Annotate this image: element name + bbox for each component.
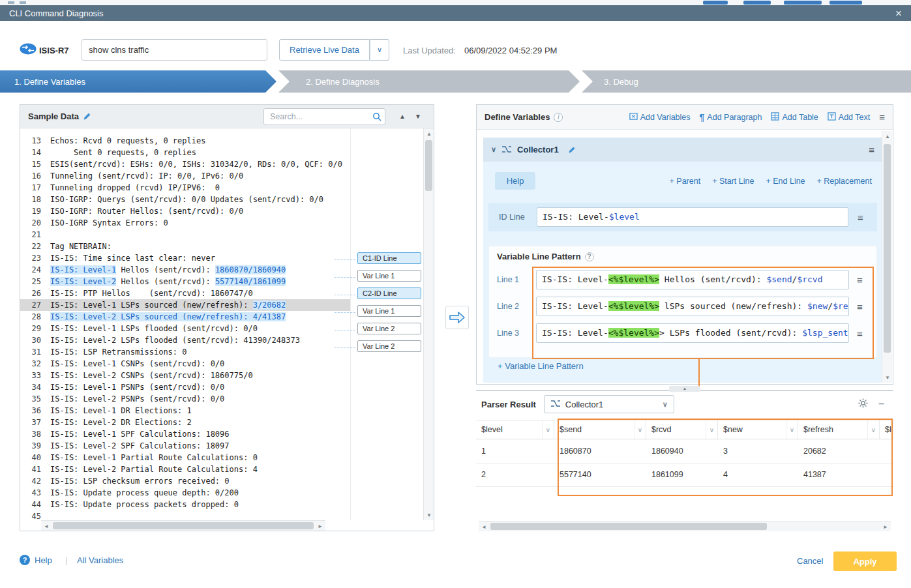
code-line[interactable]: 40IS-IS: Level-1 Partial Route Calculati… (20, 452, 350, 463)
scroll-right-icon[interactable]: ► (880, 522, 891, 532)
collector-dropdown[interactable]: Collector1 ∨ (544, 395, 674, 413)
add-variable-line-pattern-link[interactable]: + Variable Line Pattern (498, 361, 584, 371)
step-define-variables[interactable]: 1. Define Variables (0, 70, 276, 93)
panel-vertical-scrollbar[interactable]: ▲ ▼ (882, 131, 892, 383)
code-line[interactable]: 13Echos: Rcvd 0 requests, 0 replies (20, 135, 350, 147)
code-line[interactable]: 37IS-IS: Level-2 DR Elections: 2 (20, 417, 350, 428)
help-link[interactable]: ? Help (20, 555, 52, 565)
code-line[interactable]: 14 Sent 0 requests, 0 replies (20, 147, 350, 158)
collector-section-header[interactable]: ∨ Collector1 ≡ (483, 138, 882, 162)
pattern-line-input[interactable]: IS-IS: Level-<%$level%>> LSPs flooded (s… (536, 323, 849, 343)
step-define-diagnosis[interactable]: 2. Define Diagnosis (278, 70, 580, 93)
code-line[interactable]: 34IS-IS: Level-1 PSNPs (sent/rcvd): 0/0 (20, 381, 350, 393)
panel-menu-icon[interactable]: ≡ (879, 112, 885, 122)
parser-column-header[interactable]: $refresh∨ (798, 420, 880, 439)
var-line-tag[interactable]: Var Line 1 (357, 270, 421, 282)
scroll-right-icon[interactable]: ► (315, 521, 325, 531)
find-previous-icon[interactable]: ▲ (395, 113, 410, 120)
scrollbar-thumb[interactable] (425, 140, 432, 191)
pattern-line-input[interactable]: IS-IS: Level-<%$level%> Hellos (sent/rcv… (536, 270, 849, 289)
pattern-line-menu-icon[interactable]: ≡ (857, 275, 863, 285)
scrollbar-thumb[interactable] (490, 523, 767, 530)
code-line[interactable]: 26IS-IS: PTP Hellos (sent/rcvd): 1860747… (20, 287, 350, 299)
parser-result-row[interactable]: 255771401861099441387 (476, 463, 893, 487)
edit-collector-icon[interactable] (568, 146, 576, 154)
apply-button[interactable]: Apply (833, 551, 897, 571)
scroll-down-icon[interactable]: ▼ (424, 510, 434, 520)
add-paragraph-button[interactable]: ¶ Add Paragraph (700, 112, 762, 123)
id-line-menu-icon[interactable]: ≡ (858, 213, 863, 222)
retrieve-dropdown-icon[interactable]: ∨ (370, 39, 389, 61)
add-variables-button[interactable]: Add Variables (629, 112, 691, 123)
code-line[interactable]: 22Tag NETBRAIN: (20, 241, 350, 252)
collapse-handle[interactable]: ▲ (669, 386, 700, 392)
code-line[interactable]: 19ISO-IGRP: Router Hellos: (sent/rcvd): … (20, 205, 350, 217)
cancel-button[interactable]: Cancel (797, 556, 823, 566)
column-filter-chevron-icon[interactable]: ∨ (867, 420, 879, 439)
code-line[interactable]: 41IS-IS: Level-2 Partial Route Calculati… (20, 463, 350, 475)
code-line[interactable]: 39IS-IS: Level-2 SPF Calculations: 18097 (20, 440, 350, 452)
code-line[interactable]: 32IS-IS: Level-1 CSNPs (sent/rcvd): 0/0 (20, 358, 350, 370)
close-icon[interactable]: × (895, 8, 902, 19)
command-input[interactable] (82, 39, 267, 61)
code-line[interactable]: 20ISO-IGRP Syntax Errors: 0 (20, 217, 350, 229)
code-line[interactable]: 15ESIS(sent/rcvd): ESHs: 0/0, ISHs: 3103… (20, 158, 350, 170)
var-line-tag[interactable]: Var Line 2 (357, 323, 421, 334)
collector-menu-icon[interactable]: ≡ (869, 145, 874, 154)
var-line-tag[interactable]: Var Line 2 (357, 340, 421, 352)
step-debug[interactable]: 3. Debug (582, 70, 911, 93)
code-line[interactable]: 36IS-IS: Level-1 DR Elections: 1 (20, 405, 350, 417)
help-button[interactable]: Help (495, 172, 535, 190)
code-line[interactable]: 18ISO-IGRP: Querys (sent/rcvd): 0/0 Upda… (20, 194, 350, 205)
column-filter-chevron-icon[interactable]: ∨ (542, 420, 554, 439)
code-line[interactable]: 16Tunneling (sent/rcvd): IP: 0/0, IPv6: … (20, 170, 350, 182)
horizontal-scrollbar[interactable]: ◄ ► (41, 520, 325, 531)
collapse-chevron-icon[interactable]: ∨ (491, 145, 496, 154)
code-line[interactable]: 30IS-IS: Level-2 LSPs flooded (sent/rcvd… (20, 334, 350, 346)
parser-result-row[interactable]: 118608701860940320682 (476, 440, 893, 463)
scroll-left-icon[interactable]: ◄ (41, 521, 52, 531)
column-filter-chevron-icon[interactable]: ∨ (706, 420, 717, 439)
scroll-left-icon[interactable]: ◄ (479, 522, 489, 532)
add-start-line-link[interactable]: + Start Line (712, 177, 754, 186)
column-filter-chevron-icon[interactable]: ∨ (786, 420, 798, 439)
code-line[interactable]: 42IS-IS: LSP checksum errors received: 0 (20, 475, 350, 487)
id-line-tag[interactable]: C2-ID Line (357, 287, 421, 299)
code-line[interactable]: 38IS-IS: Level-1 SPF Calculations: 18096 (20, 428, 350, 440)
add-table-button[interactable]: Add Table (771, 112, 818, 123)
search-icon[interactable] (372, 112, 381, 124)
pattern-line-input[interactable]: IS-IS: Level-<%$level%> lSPs sourced (ne… (536, 297, 849, 316)
vertical-scrollbar[interactable]: ▲ ▼ (423, 128, 434, 520)
parser-horizontal-scrollbar[interactable]: ◄ ► (479, 521, 891, 531)
scroll-up-icon[interactable]: ▲ (882, 131, 893, 141)
add-end-line-link[interactable]: + End Line (766, 177, 805, 186)
find-next-icon[interactable]: ▼ (410, 113, 426, 120)
code-line[interactable]: 28IS-IS: Level-2 LSPs sourced (new/refre… (20, 311, 350, 323)
code-line[interactable]: 23IS-IS: Time since last clear: never (20, 252, 350, 264)
search-input[interactable] (263, 108, 385, 125)
code-line[interactable]: 44IS-IS: Update process packets dropped:… (20, 499, 350, 510)
code-line[interactable]: 35IS-IS: Level-2 PSNPs (sent/rcvd): 0/0 (20, 393, 350, 405)
scrollbar-thumb[interactable] (53, 522, 314, 529)
column-filter-chevron-icon[interactable]: ∨ (634, 420, 646, 439)
code-line[interactable]: 33IS-IS: Level-2 CSNPs (sent/rcvd): 1860… (20, 370, 350, 381)
minimize-icon[interactable]: − (878, 398, 884, 410)
var-line-tag[interactable]: Var Line 1 (357, 305, 421, 317)
code-line[interactable]: 24IS-IS: Level-1 Hellos (sent/rcvd): 186… (20, 264, 350, 276)
edit-pencil-icon[interactable] (83, 112, 91, 121)
settings-gear-icon[interactable] (858, 398, 868, 411)
parser-column-header[interactable]: $level∨ (476, 420, 554, 439)
add-replacement-link[interactable]: + Replacement (817, 177, 872, 186)
code-line[interactable]: 31IS-IS: LSP Retransmissions: 0 (20, 346, 350, 358)
code-line[interactable]: 29IS-IS: Level-1 LSPs flooded (sent/rcvd… (20, 323, 350, 334)
code-line[interactable]: 25IS-IS: Level-2 Hellos (sent/rcvd): 557… (20, 276, 350, 287)
add-text-button[interactable]: Add Text (828, 112, 870, 123)
retrieve-live-data-button[interactable]: Retrieve Live Data (279, 39, 370, 61)
code-line[interactable]: 27IS-IS: Level-1 LSPs sourced (new/refre… (20, 299, 350, 311)
all-variables-link[interactable]: All Variables (77, 555, 123, 565)
scrollbar-thumb[interactable] (884, 144, 891, 353)
scroll-up-icon[interactable]: ▲ (424, 128, 434, 139)
id-line-tag[interactable]: C1-ID Line (357, 252, 421, 264)
parser-column-header[interactable]: $send∨ (554, 420, 646, 439)
pattern-line-menu-icon[interactable]: ≡ (857, 302, 863, 312)
